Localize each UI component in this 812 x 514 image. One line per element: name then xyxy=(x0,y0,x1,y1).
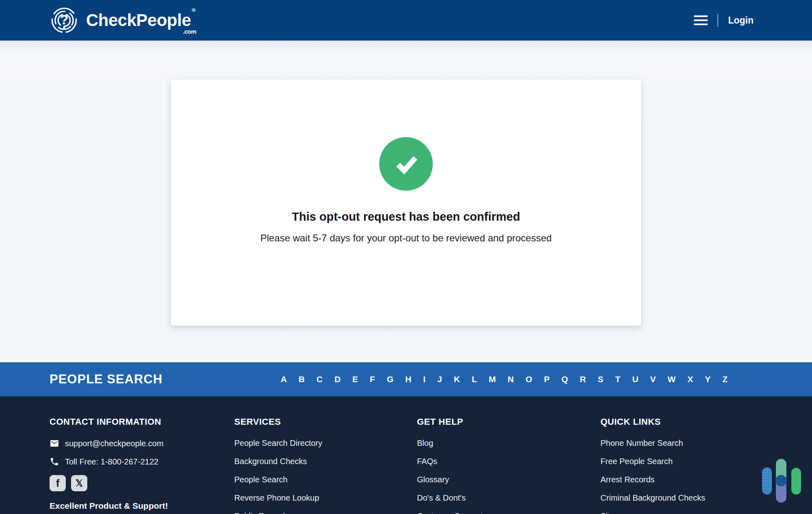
letter-link[interactable]: D xyxy=(335,374,341,384)
letter-link[interactable]: A xyxy=(281,374,287,384)
brand-name: CheckPeople® .com xyxy=(86,11,200,30)
footer-link[interactable]: Reverse Phone Lookup xyxy=(234,493,417,503)
letter-link[interactable]: S xyxy=(598,374,603,384)
letter-link[interactable]: N xyxy=(508,374,514,384)
phone-link[interactable]: Toll Free: 1-800-267-2122 xyxy=(50,457,234,467)
footer-link[interactable]: Background Checks xyxy=(234,457,417,466)
letter-link[interactable]: B xyxy=(298,374,304,384)
footer-link[interactable]: People Search Directory xyxy=(234,439,417,448)
x-twitter-icon[interactable]: 𝕏 xyxy=(71,475,87,491)
email-link[interactable]: support@checkpeople.com xyxy=(50,439,234,448)
people-search-bar: PEOPLE SEARCH ABCDEFGHIJKLMNOPQRSTUVWXYZ xyxy=(0,362,812,396)
letter-link[interactable]: K xyxy=(454,374,460,384)
quicklinks-heading: QUICK LINKS xyxy=(600,417,812,427)
social-links: f 𝕏 xyxy=(50,475,234,491)
people-search-title: PEOPLE SEARCH xyxy=(50,372,162,387)
brand-tld: .com xyxy=(183,28,196,35)
contact-heading: CONTACT INFORMATION xyxy=(50,417,234,427)
confirmation-subtext: Please wait 5-7 days for your opt-out to… xyxy=(260,232,552,244)
letter-link[interactable]: V xyxy=(650,374,656,384)
chat-widget-button[interactable] xyxy=(758,456,805,505)
login-link[interactable]: Login xyxy=(728,15,754,26)
letter-link[interactable]: I xyxy=(423,374,425,384)
footer-link[interactable]: FAQs xyxy=(417,457,600,466)
envelope-icon xyxy=(50,439,59,448)
brand-name-text: CheckPeople xyxy=(86,11,191,30)
svg-text:?: ? xyxy=(60,12,69,27)
letter-link[interactable]: G xyxy=(387,374,393,384)
main-content: This opt-out request has been confirmed … xyxy=(0,41,812,362)
footer-link[interactable]: Customer Support xyxy=(417,512,600,514)
nav-divider xyxy=(717,14,718,27)
top-navbar: ? CheckPeople® .com Login xyxy=(0,0,812,41)
registered-mark: ® xyxy=(192,7,195,13)
success-check-icon xyxy=(379,137,433,191)
gethelp-links: BlogFAQsGlossaryDo's & Dont'sCustomer Su… xyxy=(417,439,600,514)
letter-link[interactable]: R xyxy=(580,374,586,384)
phone-icon xyxy=(50,457,59,467)
letter-link[interactable]: P xyxy=(544,374,550,384)
facebook-icon[interactable]: f xyxy=(50,475,66,491)
phone-text: Toll Free: 1-800-267-2122 xyxy=(65,457,158,467)
hamburger-menu-icon[interactable] xyxy=(694,15,708,25)
gethelp-heading: GET HELP xyxy=(417,417,600,427)
email-text: support@checkpeople.com xyxy=(65,439,164,448)
letter-link[interactable]: H xyxy=(405,374,411,384)
footer-link[interactable]: Public Records xyxy=(234,512,417,514)
footer-contact-column: CONTACT INFORMATION support@checkpeople.… xyxy=(50,417,234,514)
footer-gethelp-column: GET HELP BlogFAQsGlossaryDo's & Dont'sCu… xyxy=(417,417,600,514)
services-heading: SERVICES xyxy=(234,417,417,427)
letter-link[interactable]: Y xyxy=(705,374,710,384)
letter-link[interactable]: M xyxy=(489,374,496,384)
alphabet-links: ABCDEFGHIJKLMNOPQRSTUVWXYZ xyxy=(281,374,728,384)
widget-bar-blue xyxy=(762,467,772,495)
footer-link[interactable]: Blog xyxy=(417,439,600,448)
footer-link[interactable]: People Search xyxy=(234,475,417,484)
letter-link[interactable]: F xyxy=(370,374,375,384)
widget-dot xyxy=(775,475,787,486)
letter-link[interactable]: W xyxy=(667,374,676,384)
footer-link[interactable]: Phone Number Search xyxy=(600,439,812,448)
fingerprint-question-icon: ? xyxy=(49,5,80,36)
footer: CONTACT INFORMATION support@checkpeople.… xyxy=(0,396,812,514)
letter-link[interactable]: L xyxy=(472,374,477,384)
letter-link[interactable]: E xyxy=(352,374,358,384)
letter-link[interactable]: Z xyxy=(722,374,728,384)
letter-link[interactable]: U xyxy=(632,374,638,384)
footer-services-column: SERVICES People Search DirectoryBackgrou… xyxy=(234,417,417,514)
services-links: People Search DirectoryBackground Checks… xyxy=(234,439,417,514)
letter-link[interactable]: X xyxy=(687,374,693,384)
footer-link[interactable]: Sitemap xyxy=(600,512,812,514)
confirmation-card: This opt-out request has been confirmed … xyxy=(171,80,641,326)
review-text: Excellent Product & Support! xyxy=(50,501,234,511)
letter-link[interactable]: O xyxy=(525,374,532,384)
brand-logo[interactable]: ? CheckPeople® .com xyxy=(49,5,200,36)
navbar-right: Login xyxy=(694,14,754,27)
confirmation-heading: This opt-out request has been confirmed xyxy=(292,210,520,224)
footer-link[interactable]: Glossary xyxy=(417,475,600,484)
footer-link[interactable]: Do's & Dont's xyxy=(417,493,600,503)
letter-link[interactable]: Q xyxy=(561,374,568,384)
widget-bar-green xyxy=(791,468,801,495)
letter-link[interactable]: C xyxy=(317,374,323,384)
letter-link[interactable]: T xyxy=(615,374,620,384)
letter-link[interactable]: J xyxy=(437,374,442,384)
